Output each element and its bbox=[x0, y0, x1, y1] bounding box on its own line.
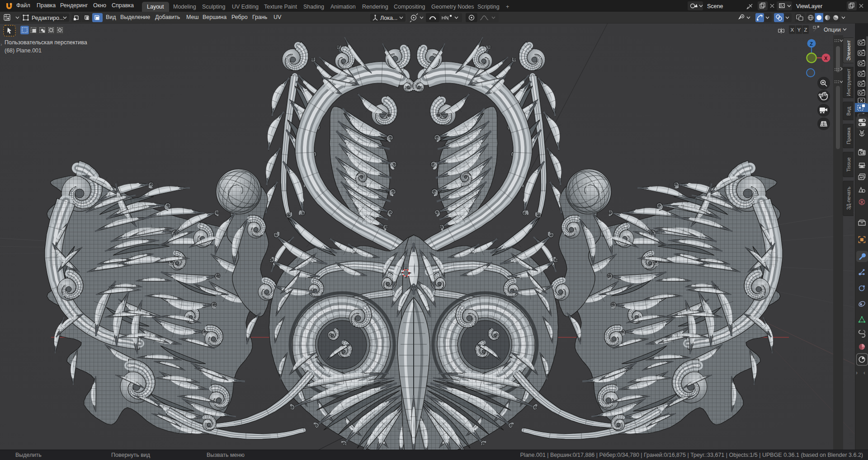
svg-text:X: X bbox=[791, 27, 794, 33]
svg-text:Y: Y bbox=[797, 27, 801, 33]
svg-text:Лока...: Лока... bbox=[380, 15, 397, 21]
svg-text:X: X bbox=[824, 56, 828, 61]
svg-text:Опции: Опции bbox=[824, 27, 841, 33]
svg-text:Редактиро...: Редактиро... bbox=[32, 15, 64, 21]
svg-text:›: › bbox=[856, 370, 858, 376]
svg-text:Z: Z bbox=[810, 41, 813, 47]
svg-text:Z: Z bbox=[804, 27, 807, 33]
svg-text:Scene: Scene bbox=[707, 3, 723, 9]
svg-text:‹: ‹ bbox=[863, 370, 865, 376]
svg-text:ViewLayer: ViewLayer bbox=[796, 3, 822, 9]
